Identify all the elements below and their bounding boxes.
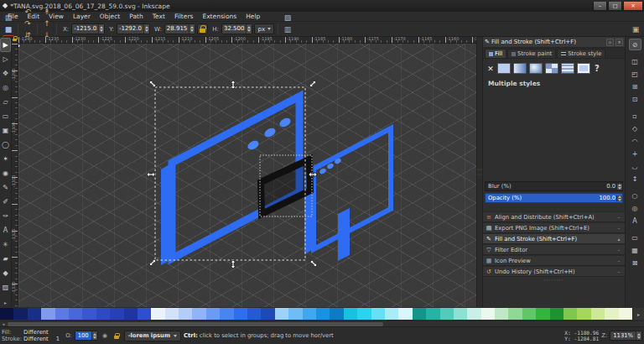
small-panel[interactable]	[304, 128, 391, 261]
menu-filters[interactable]: Filters	[170, 12, 197, 21]
palette-swatch[interactable]	[591, 308, 605, 320]
bezier-pen-tool[interactable]: ✐	[0, 195, 11, 209]
y-field-spinner[interactable]	[143, 24, 149, 34]
palette-scrollbar[interactable]: ◂	[0, 321, 644, 326]
palette-swatch[interactable]	[192, 308, 205, 320]
layer-visibility-icon[interactable]: ◉	[101, 331, 110, 341]
palette-swatch[interactable]	[330, 308, 343, 320]
palette-swatch[interactable]	[316, 308, 330, 320]
raise-icon[interactable]: ↑	[41, 18, 53, 29]
commands-bar-toggle-icon[interactable]: ▣	[630, 23, 641, 35]
calligraphy-tool[interactable]: ✑	[0, 209, 11, 223]
palette-swatch[interactable]	[234, 308, 247, 320]
blur-spinner[interactable]	[616, 184, 622, 190]
h-field[interactable]: 32.500	[221, 23, 253, 34]
rotate-cw-icon[interactable]: ↷	[22, 18, 34, 29]
minimize-button[interactable]: –	[593, 2, 607, 11]
snap-bbox-centers-icon[interactable]: ⊡	[629, 93, 641, 105]
palette-swatch[interactable]	[398, 308, 412, 320]
text-tool[interactable]: A	[0, 223, 11, 237]
x-field[interactable]: -1215.0	[71, 23, 105, 34]
dialog-toggle-icon[interactable]: ▴	[615, 236, 622, 242]
snap-object-centers-icon[interactable]: ○	[629, 190, 641, 201]
snap-intersections-icon[interactable]: ◠	[629, 135, 641, 147]
snap-smooth-nodes-icon[interactable]: ◡	[629, 160, 641, 172]
paint-flat-color-button[interactable]	[497, 63, 511, 74]
dialog-row-fill-and-stroke[interactable]: ✎Fill and Stroke (Shift+Ctrl+F)▴	[483, 233, 625, 244]
lock-ratio-button[interactable]	[197, 23, 208, 34]
zoom-spinner[interactable]	[636, 331, 641, 340]
paint-pattern-button[interactable]	[545, 63, 558, 74]
palette-swatch[interactable]	[69, 308, 82, 320]
maximize-button[interactable]: □	[608, 2, 622, 11]
w-field-spinner[interactable]	[189, 24, 195, 34]
layer-selector[interactable]: -lorem ipsum	[124, 331, 181, 341]
dialog-row-icon-preview[interactable]: ▦Icon Preview–	[483, 255, 625, 266]
snap-paths-icon[interactable]: ◇	[629, 122, 641, 134]
snap-nodes-icon[interactable]: ▫	[629, 110, 641, 122]
close-button[interactable]: ✕	[623, 2, 643, 11]
palette-swatch[interactable]	[522, 308, 536, 320]
menu-path[interactable]: Path	[125, 12, 147, 21]
palette-swatch[interactable]	[385, 308, 398, 320]
gradient-tool[interactable]: ▨	[0, 280, 11, 294]
eraser-tool[interactable]: ▰	[0, 252, 11, 266]
menu-help[interactable]: Help	[242, 12, 264, 21]
palette-swatch[interactable]	[124, 308, 138, 320]
palette-swatch[interactable]	[275, 308, 288, 320]
palette-swatch[interactable]	[96, 308, 110, 320]
snap-page-border-icon[interactable]: ▭	[629, 232, 641, 243]
dock-grip-dots[interactable]: ········	[483, 277, 625, 284]
panel-close-button[interactable]: ✕	[615, 39, 623, 46]
palette-swatch[interactable]	[440, 308, 454, 320]
units-dropdown[interactable]: px	[254, 23, 274, 34]
palette-swatch[interactable]	[206, 308, 220, 320]
selector-tool[interactable]: ▶	[0, 38, 11, 52]
palette-swatch[interactable]	[261, 308, 274, 320]
paint-swatch-button[interactable]	[561, 63, 574, 74]
opacity-slider[interactable]: Opacity (%) 100.0	[485, 193, 623, 203]
palette-swatch[interactable]	[619, 308, 632, 320]
palette-swatch[interactable]	[426, 308, 439, 320]
measure-tool[interactable]: ▱	[0, 95, 11, 109]
snap-guides-icon[interactable]: ⊠	[629, 257, 641, 268]
snap-rotation-centers-icon[interactable]: ◎	[629, 202, 641, 214]
palette-swatch[interactable]	[110, 308, 123, 320]
snap-bbox-corners-icon[interactable]: ⊞	[629, 81, 641, 92]
canvas[interactable]	[18, 44, 476, 307]
dialog-toggle-icon[interactable]: –	[615, 247, 622, 253]
ruler-corner[interactable]	[12, 37, 18, 44]
y-field[interactable]: -1292.0	[117, 23, 150, 34]
dialog-row-export-png[interactable]: ▤Export PNG Image (Shift+Ctrl+E)–	[483, 222, 625, 233]
palette-swatch[interactable]	[151, 308, 164, 320]
snap-enable-icon[interactable]: ⊘	[629, 39, 641, 50]
clipboard-icon[interactable]: ■	[3, 23, 14, 35]
palette-swatch[interactable]	[357, 308, 371, 320]
palette-swatch[interactable]	[550, 308, 564, 320]
palette-swatch[interactable]	[82, 308, 96, 320]
paint-unknown-button[interactable]	[577, 63, 590, 74]
zoom-field[interactable]: 1131%	[610, 331, 642, 341]
palette-swatch[interactable]	[454, 308, 467, 320]
palette-swatch[interactable]	[536, 308, 549, 320]
tab-fill[interactable]: Fill	[485, 49, 506, 58]
fill-stroke-panel-header[interactable]: ✎ Fill and Stroke (Shift+Ctrl+F) ▫ ✕	[483, 37, 625, 48]
palette-swatch[interactable]	[41, 308, 55, 320]
black-screen-frame[interactable]	[261, 159, 310, 214]
move-patterns-toggle-icon[interactable]: ▥	[282, 23, 293, 35]
palette-swatch[interactable]	[179, 308, 192, 320]
dialog-toggle-icon[interactable]: –	[615, 214, 622, 220]
dialog-row-filter-editor[interactable]: ▽Filter Editor–	[483, 244, 625, 255]
fill-stroke-indicator[interactable]: Fill:Different Stroke:Different1	[2, 329, 60, 342]
palette-swatch[interactable]	[13, 308, 27, 320]
palette-swatch[interactable]	[138, 308, 151, 320]
palette-swatch[interactable]	[508, 308, 522, 320]
star-tool[interactable]: ✶	[0, 152, 11, 166]
menu-extensions[interactable]: Extensions	[198, 12, 241, 21]
drawing[interactable]	[18, 44, 476, 307]
raise-to-top-icon[interactable]: ↟	[41, 6, 53, 18]
tab-stroke-paint[interactable]: Stroke paint	[507, 49, 556, 58]
palette-swatch[interactable]	[413, 308, 426, 320]
palette-swatch[interactable]	[55, 308, 69, 320]
palette-swatch[interactable]	[165, 308, 179, 320]
